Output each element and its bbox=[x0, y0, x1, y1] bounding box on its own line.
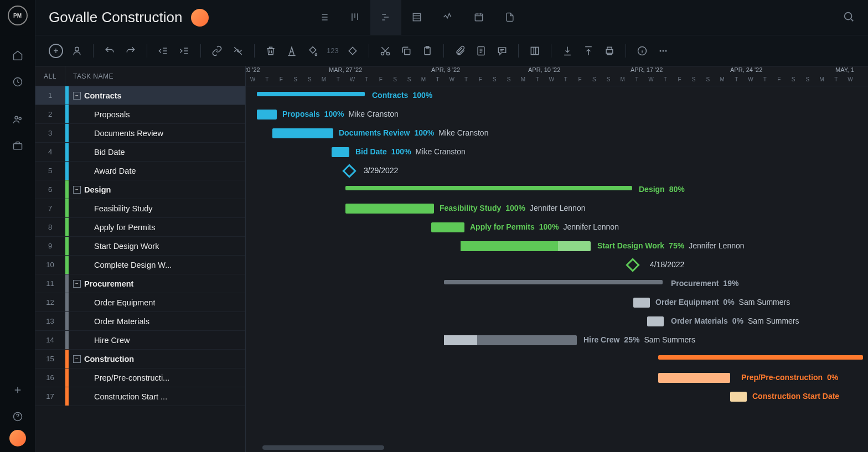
gantt-row[interactable]: Feasibility Study100%Jennifer Lennon bbox=[246, 199, 868, 218]
task-row[interactable]: 3Documents Review bbox=[35, 124, 245, 143]
outdent-icon[interactable] bbox=[154, 41, 173, 60]
unlink-icon[interactable] bbox=[229, 41, 247, 60]
delete-icon[interactable] bbox=[261, 41, 280, 60]
gantt-row[interactable]: Apply for Permits100%Jennifer Lennon bbox=[246, 218, 868, 237]
copy-icon[interactable] bbox=[397, 41, 416, 60]
attachment-icon[interactable] bbox=[451, 41, 469, 60]
view-files-icon[interactable] bbox=[494, 0, 525, 35]
task-bar[interactable] bbox=[257, 110, 277, 120]
summary-bar[interactable] bbox=[257, 92, 365, 96]
milestone-icon[interactable] bbox=[343, 41, 362, 60]
view-calendar-icon[interactable] bbox=[463, 0, 494, 35]
info-icon[interactable] bbox=[633, 41, 652, 60]
gantt-row[interactable]: Proposals100%Mike Cranston bbox=[246, 105, 868, 124]
nav-home-icon[interactable] bbox=[8, 45, 28, 65]
task-row[interactable]: 17Construction Start ... bbox=[35, 387, 245, 406]
view-sheet-icon[interactable] bbox=[401, 0, 432, 35]
task-row[interactable]: 6−Design bbox=[35, 180, 245, 199]
task-bar[interactable] bbox=[332, 147, 349, 157]
task-bar[interactable] bbox=[633, 298, 650, 308]
task-row[interactable]: 5Award Date bbox=[35, 162, 245, 180]
nav-recent-icon[interactable] bbox=[8, 72, 28, 92]
gantt-row[interactable]: Start Design Work75%Jennifer Lennon bbox=[246, 237, 868, 256]
view-gantt-icon[interactable] bbox=[370, 0, 401, 35]
task-bar[interactable] bbox=[272, 128, 333, 138]
fill-color-icon[interactable] bbox=[303, 41, 322, 60]
task-row[interactable]: 2Proposals bbox=[35, 105, 245, 124]
text-color-icon[interactable] bbox=[282, 41, 301, 60]
task-bar[interactable] bbox=[345, 204, 434, 214]
view-list-icon[interactable] bbox=[308, 0, 339, 35]
milestone-marker[interactable] bbox=[626, 258, 639, 272]
task-row[interactable]: 10Complete Design W... bbox=[35, 256, 245, 274]
task-row[interactable]: 7Feasibility Study bbox=[35, 199, 245, 218]
add-task-icon[interactable]: + bbox=[46, 41, 65, 60]
import-icon[interactable] bbox=[558, 41, 577, 60]
nav-portfolio-icon[interactable] bbox=[8, 136, 28, 156]
indent-icon[interactable] bbox=[175, 41, 194, 60]
collapse-icon[interactable]: − bbox=[73, 355, 81, 363]
gantt-row[interactable]: Bid Date100%Mike Cranston bbox=[246, 143, 868, 162]
view-board-icon[interactable] bbox=[339, 0, 370, 35]
link-icon[interactable] bbox=[208, 41, 226, 60]
columns-icon[interactable] bbox=[525, 41, 544, 60]
nav-help-icon[interactable] bbox=[8, 407, 28, 427]
task-bar[interactable] bbox=[647, 316, 664, 326]
comment-icon[interactable] bbox=[493, 41, 512, 60]
gantt-row[interactable]: Documents Review100%Mike Cranston bbox=[246, 124, 868, 143]
col-all-header[interactable]: ALL bbox=[35, 66, 65, 86]
gantt-body[interactable]: Contracts100%Proposals100%Mike CranstonD… bbox=[246, 86, 868, 406]
gantt-row[interactable]: Contracts100% bbox=[246, 86, 868, 105]
task-row[interactable]: 14Hire Crew bbox=[35, 331, 245, 350]
milestone-marker[interactable] bbox=[342, 164, 356, 178]
more-icon[interactable] bbox=[654, 41, 673, 60]
horizontal-scrollbar[interactable] bbox=[262, 445, 384, 450]
task-row[interactable]: 1−Contracts bbox=[35, 86, 245, 105]
search-icon[interactable] bbox=[843, 11, 855, 24]
gantt-row[interactable]: Hire Crew25%Sam Summers bbox=[246, 331, 868, 350]
paste-icon[interactable] bbox=[418, 41, 437, 60]
gantt-row[interactable]: Prep/Pre-construction0% bbox=[246, 368, 868, 387]
print-icon[interactable] bbox=[600, 41, 619, 60]
undo-icon[interactable] bbox=[100, 41, 119, 60]
col-name-header[interactable]: TASK NAME bbox=[65, 72, 113, 80]
task-bar[interactable] bbox=[461, 241, 591, 251]
gantt-chart[interactable]: , 20 '22MAR, 27 '22APR, 3 '22APR, 10 '22… bbox=[246, 66, 868, 452]
gantt-row[interactable]: 4/18/2022 bbox=[246, 256, 868, 274]
collapse-icon[interactable]: − bbox=[73, 186, 81, 194]
redo-icon[interactable] bbox=[121, 41, 140, 60]
nav-team-icon[interactable] bbox=[8, 110, 28, 129]
export-icon[interactable] bbox=[579, 41, 598, 60]
task-bar[interactable] bbox=[658, 373, 730, 383]
task-row[interactable]: 9Start Design Work bbox=[35, 237, 245, 256]
assign-icon[interactable] bbox=[68, 41, 86, 60]
task-bar[interactable] bbox=[431, 222, 464, 232]
gantt-row[interactable]: Construction Start Date bbox=[246, 387, 868, 406]
collapse-icon[interactable]: − bbox=[73, 280, 81, 288]
app-logo[interactable]: PM bbox=[8, 6, 28, 25]
summary-bar[interactable] bbox=[345, 186, 632, 190]
task-row[interactable]: 13Order Materials bbox=[35, 312, 245, 331]
task-row[interactable]: 8Apply for Permits bbox=[35, 218, 245, 237]
task-row[interactable]: 11−Procurement bbox=[35, 274, 245, 293]
gantt-row[interactable]: Design80% bbox=[246, 180, 868, 199]
gantt-row[interactable] bbox=[246, 350, 868, 368]
gantt-row[interactable]: Procurement19% bbox=[246, 274, 868, 293]
view-dashboard-icon[interactable] bbox=[432, 0, 463, 35]
gantt-row[interactable]: 3/29/2022 bbox=[246, 162, 868, 180]
project-owner-avatar[interactable] bbox=[191, 9, 209, 27]
task-row[interactable]: 15−Construction bbox=[35, 350, 245, 368]
task-row[interactable]: 12Order Equipment bbox=[35, 293, 245, 312]
task-bar[interactable] bbox=[730, 392, 747, 402]
gantt-row[interactable]: Order Equipment0%Sam Summers bbox=[246, 293, 868, 312]
task-row[interactable]: 4Bid Date bbox=[35, 143, 245, 162]
task-row[interactable]: 16Prep/Pre-constructi... bbox=[35, 368, 245, 387]
summary-bar[interactable] bbox=[658, 355, 863, 360]
gantt-row[interactable]: Order Materials0%Sam Summers bbox=[246, 312, 868, 331]
cut-icon[interactable] bbox=[376, 41, 395, 60]
user-avatar[interactable] bbox=[9, 430, 26, 446]
percent-label[interactable]: 123 bbox=[324, 46, 341, 55]
summary-bar[interactable] bbox=[444, 280, 663, 284]
task-bar[interactable] bbox=[444, 335, 577, 345]
collapse-icon[interactable]: − bbox=[73, 92, 81, 100]
